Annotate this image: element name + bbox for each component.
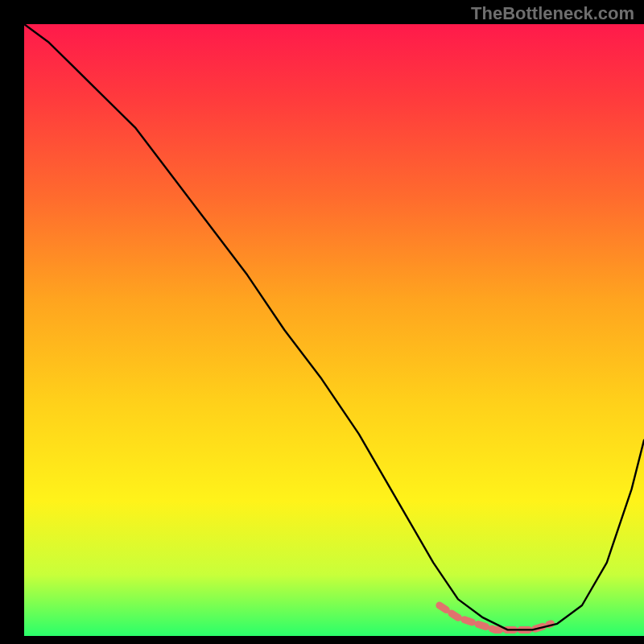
watermark-text: TheBottleneck.com (471, 3, 634, 24)
chart-stage: TheBottleneck.com (0, 0, 644, 644)
curve-path (24, 24, 644, 630)
chart-svg (24, 24, 644, 636)
plot-area (24, 24, 644, 636)
highlight-band-path (440, 605, 551, 630)
